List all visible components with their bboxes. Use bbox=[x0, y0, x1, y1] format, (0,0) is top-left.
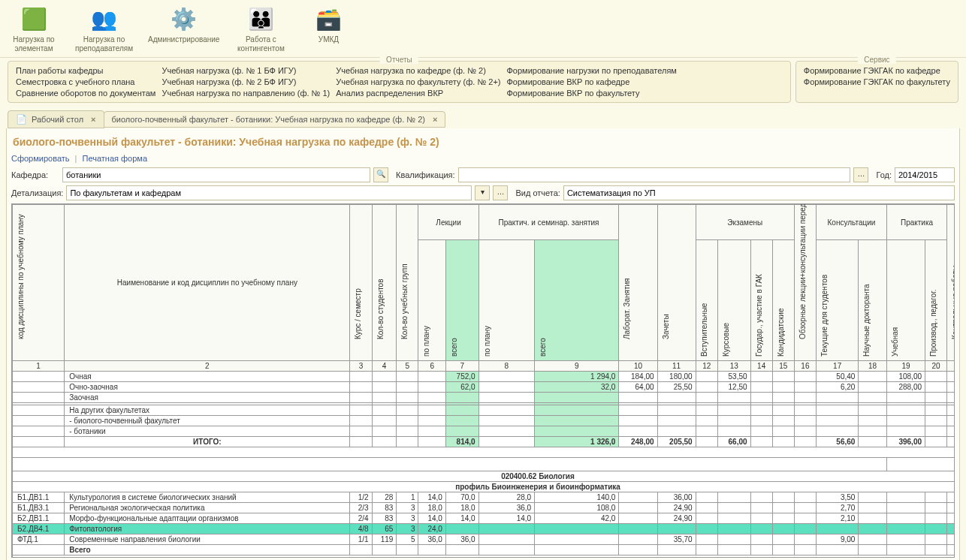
report-link[interactable]: Формирование ГЭКГАК по факультету bbox=[804, 77, 950, 86]
load-by-teachers-button[interactable]: 👥Нагрузка попреподавателям bbox=[75, 4, 133, 53]
report-link[interactable]: Учебная нагрузка (ф. № 2 БФ ИГУ) bbox=[162, 77, 330, 86]
report-link[interactable]: Учебная нагрузка (ф. № 1 БФ ИГУ) bbox=[162, 66, 330, 75]
load-by-elements-icon: 🟩 bbox=[19, 4, 49, 34]
tab-1[interactable]: биолого-почвенный факультет - ботаники: … bbox=[104, 111, 446, 128]
action-generate[interactable]: Сформировать bbox=[11, 154, 70, 163]
kafedra-input[interactable] bbox=[62, 167, 370, 182]
detail-dropdown-button[interactable]: ▾ bbox=[475, 185, 490, 200]
report-link[interactable]: Формирование ГЭКГАК по кафедре bbox=[804, 66, 950, 75]
vidot-input[interactable] bbox=[563, 185, 955, 200]
report-link[interactable]: Сравнение оборотов по документам bbox=[16, 89, 155, 98]
action-print[interactable]: Печатная форма bbox=[83, 154, 147, 163]
report-link[interactable]: Учебная нагрузка по факультету (ф. № 2+) bbox=[336, 77, 500, 86]
report-link[interactable]: Учебная нагрузка по направлению (ф. № 1) bbox=[162, 89, 330, 98]
kval-input[interactable] bbox=[458, 167, 851, 182]
god-label: Год: bbox=[876, 170, 892, 179]
tab-icon: 📄 bbox=[16, 114, 27, 125]
report-link[interactable]: Учебная нагрузка по кафедре (ф. № 2) bbox=[336, 66, 500, 75]
report-link[interactable]: Формирование ВКР по кафедре bbox=[506, 77, 676, 86]
umkd-icon: 🗃️ bbox=[313, 4, 343, 34]
detail-input[interactable] bbox=[66, 185, 472, 200]
work-contingent-button[interactable]: 👪Работа сконтингентом bbox=[234, 4, 287, 53]
tab-close-button[interactable]: × bbox=[433, 115, 437, 124]
kafedra-lookup-button[interactable]: 🔍 bbox=[373, 167, 388, 182]
kafedra-label: Кафедра: bbox=[11, 170, 59, 179]
tab-0[interactable]: 📄Рабочий стол× bbox=[8, 110, 104, 128]
page-title: биолого-почвенный факультет - ботаники: … bbox=[13, 136, 955, 148]
group-service: Сервис Формирование ГЭКГАК по кафедреФор… bbox=[795, 61, 958, 103]
load-by-elements-button[interactable]: 🟩Нагрузка поэлементам bbox=[8, 4, 60, 53]
kval-label: Квалификация: bbox=[396, 170, 455, 179]
administration-button[interactable]: ⚙️Администрирование bbox=[148, 4, 219, 53]
god-input[interactable] bbox=[895, 167, 955, 182]
umkd-button[interactable]: 🗃️УМКД bbox=[302, 4, 355, 53]
report-link[interactable]: Анализ распределения ВКР bbox=[336, 89, 500, 98]
tab-close-button[interactable]: × bbox=[91, 115, 95, 124]
detail-label: Детализация: bbox=[11, 188, 63, 197]
report-link[interactable]: Формирование ВКР по факультету bbox=[506, 89, 676, 98]
administration-icon: ⚙️ bbox=[169, 4, 199, 34]
load-by-teachers-icon: 👥 bbox=[89, 4, 119, 34]
report-link[interactable]: Семестровка с учебного плана bbox=[16, 77, 155, 86]
kval-lookup-button[interactable]: … bbox=[853, 167, 868, 182]
report-link[interactable]: Формирование нагрузки по преподавателям bbox=[506, 66, 676, 75]
group-reports-title: Отчеты bbox=[380, 56, 418, 64]
work-contingent-icon: 👪 bbox=[246, 4, 276, 34]
group-reports: Отчеты План работы кафедрыСеместровка с … bbox=[8, 61, 791, 103]
group-service-title: Сервис bbox=[858, 56, 895, 64]
report-link[interactable]: План работы кафедры bbox=[16, 66, 155, 75]
detail-lookup-button[interactable]: … bbox=[493, 185, 508, 200]
vidot-label: Вид отчета: bbox=[515, 188, 560, 197]
report-grid[interactable]: код дисциплины по учебному плануНаименов… bbox=[11, 203, 955, 558]
